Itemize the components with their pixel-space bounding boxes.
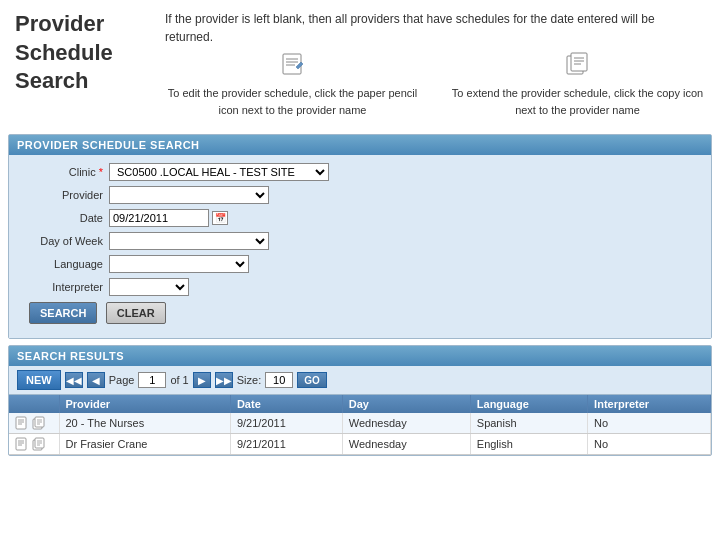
page-input[interactable] bbox=[138, 372, 166, 388]
day-of-week-label: Day of Week bbox=[19, 235, 109, 247]
pagination-bar: NEW ◀◀ ◀ Page of 1 ▶ ▶▶ Size: GO bbox=[9, 366, 711, 395]
provider-select[interactable] bbox=[109, 186, 269, 204]
row-language: English bbox=[470, 434, 587, 455]
row-interpreter: No bbox=[588, 413, 711, 434]
row-interpreter: No bbox=[588, 434, 711, 455]
clinic-select[interactable]: SC0500 .LOCAL HEAL - TEST SITE bbox=[109, 163, 329, 181]
language-select[interactable] bbox=[109, 255, 249, 273]
day-of-week-select[interactable] bbox=[109, 232, 269, 250]
page-title: Provider Schedule Search bbox=[15, 10, 145, 118]
row-day: Wednesday bbox=[342, 434, 470, 455]
interpreter-row: Interpreter bbox=[19, 278, 701, 296]
svg-rect-0 bbox=[283, 54, 301, 74]
size-input[interactable] bbox=[265, 372, 293, 388]
page-label: Page bbox=[109, 374, 135, 386]
row-edit-icon[interactable] bbox=[15, 437, 29, 451]
provider-label: Provider bbox=[19, 189, 109, 201]
instructions-panel: If the provider is left blank, then all … bbox=[165, 10, 705, 118]
svg-rect-10 bbox=[16, 417, 26, 429]
svg-rect-19 bbox=[16, 438, 26, 450]
of-label: of 1 bbox=[170, 374, 188, 386]
date-input[interactable] bbox=[109, 209, 209, 227]
date-row: Date 📅 bbox=[19, 209, 701, 227]
next-page-button[interactable]: ▶ bbox=[193, 372, 211, 388]
row-copy-icon[interactable] bbox=[32, 437, 46, 451]
first-page-button[interactable]: ◀◀ bbox=[65, 372, 83, 388]
row-icons-cell bbox=[9, 434, 59, 455]
col-actions bbox=[9, 395, 59, 413]
col-day: Day bbox=[342, 395, 470, 413]
row-copy-icon[interactable] bbox=[32, 416, 46, 430]
svg-rect-6 bbox=[571, 53, 587, 71]
calendar-icon[interactable]: 📅 bbox=[212, 211, 228, 225]
instruction-line1: If the provider is left blank, then all … bbox=[165, 10, 705, 46]
results-panel-header: SEARCH RESULTS bbox=[9, 346, 711, 366]
provider-row: Provider bbox=[19, 186, 701, 204]
language-row: Language bbox=[19, 255, 701, 273]
search-button[interactable]: SEARCH bbox=[29, 302, 97, 324]
row-edit-icon[interactable] bbox=[15, 416, 29, 430]
row-provider: 20 - The Nurses bbox=[59, 413, 230, 434]
last-page-button[interactable]: ▶▶ bbox=[215, 372, 233, 388]
col-language: Language bbox=[470, 395, 587, 413]
form-buttons: SEARCH CLEAR bbox=[29, 302, 691, 324]
row-language: Spanish bbox=[470, 413, 587, 434]
row-day: Wednesday bbox=[342, 413, 470, 434]
size-label: Size: bbox=[237, 374, 261, 386]
date-input-wrapper: 📅 bbox=[109, 209, 228, 227]
search-panel-header: PROVIDER SCHEDULE SEARCH bbox=[9, 135, 711, 155]
results-panel: SEARCH RESULTS NEW ◀◀ ◀ Page of 1 ▶ ▶▶ S… bbox=[8, 345, 712, 456]
col-interpreter: Interpreter bbox=[588, 395, 711, 413]
instruction-line3: To extend the provider schedule, click t… bbox=[450, 85, 705, 118]
search-form: Clinic SC0500 .LOCAL HEAL - TEST SITE Pr… bbox=[9, 155, 711, 338]
language-label: Language bbox=[19, 258, 109, 270]
edit-pencil-icon bbox=[281, 52, 305, 81]
clear-button[interactable]: CLEAR bbox=[106, 302, 166, 324]
new-button[interactable]: NEW bbox=[17, 370, 61, 390]
interpreter-label: Interpreter bbox=[19, 281, 109, 293]
table-row: 20 - The Nurses 9/21/2011 Wednesday Span… bbox=[9, 413, 711, 434]
instruction-line2: To edit the provider schedule, click the… bbox=[165, 85, 420, 118]
results-body: NEW ◀◀ ◀ Page of 1 ▶ ▶▶ Size: GO Provide… bbox=[9, 366, 711, 455]
row-date: 9/21/2011 bbox=[230, 413, 342, 434]
go-button[interactable]: GO bbox=[297, 372, 327, 388]
clinic-row: Clinic SC0500 .LOCAL HEAL - TEST SITE bbox=[19, 163, 701, 181]
prev-page-button[interactable]: ◀ bbox=[87, 372, 105, 388]
row-icons-cell bbox=[9, 413, 59, 434]
table-header-row: Provider Date Day Language Interpreter bbox=[9, 395, 711, 413]
table-row: Dr Frasier Crane 9/21/2011 Wednesday Eng… bbox=[9, 434, 711, 455]
day-of-week-row: Day of Week bbox=[19, 232, 701, 250]
row-date: 9/21/2011 bbox=[230, 434, 342, 455]
search-panel: PROVIDER SCHEDULE SEARCH Clinic SC0500 .… bbox=[8, 134, 712, 339]
date-label: Date bbox=[19, 212, 109, 224]
interpreter-select[interactable] bbox=[109, 278, 189, 296]
row-provider: Dr Frasier Crane bbox=[59, 434, 230, 455]
copy-icon bbox=[566, 52, 590, 81]
col-provider: Provider bbox=[59, 395, 230, 413]
col-date: Date bbox=[230, 395, 342, 413]
results-table: Provider Date Day Language Interpreter bbox=[9, 395, 711, 455]
clinic-label: Clinic bbox=[19, 166, 109, 178]
